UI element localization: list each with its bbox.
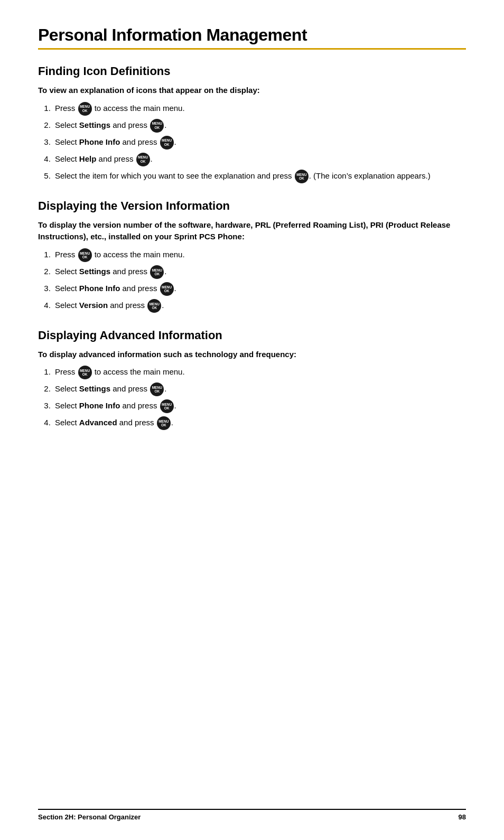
menu-ok-icon: MENUOK xyxy=(136,153,150,166)
bold-text: Version xyxy=(79,301,108,310)
menu-ok-icon: MENUOK xyxy=(157,416,171,430)
bold-text: Phone Info xyxy=(79,284,120,293)
step-item: Select Phone Info and press MENUOK. xyxy=(53,136,466,150)
step-item: Select Help and press MENUOK. xyxy=(53,153,466,166)
bold-text: Phone Info xyxy=(79,137,120,146)
section-finding-icon-definitions: Finding Icon DefinitionsTo view an expla… xyxy=(38,64,466,183)
sections-container: Finding Icon DefinitionsTo view an expla… xyxy=(38,64,466,430)
step-item: Select the item for which you want to se… xyxy=(53,170,466,183)
bold-text: Settings xyxy=(79,267,110,276)
menu-ok-icon: MENUOK xyxy=(160,136,174,150)
bold-text: Advanced xyxy=(79,418,117,427)
menu-ok-icon: MENUOK xyxy=(150,265,164,279)
section-heading-displaying-advanced-information: Displaying Advanced Information xyxy=(38,329,466,342)
menu-ok-icon: MENUOK xyxy=(78,366,92,379)
footer-section-label: Section 2H: Personal Organizer xyxy=(38,813,141,821)
menu-ok-icon: MENUOK xyxy=(147,299,161,313)
title-underline xyxy=(38,48,466,50)
step-item: Select Version and press MENUOK. xyxy=(53,299,466,313)
step-item: Press MENUOK to access the main menu. xyxy=(53,248,466,262)
menu-ok-icon: MENUOK xyxy=(78,248,92,262)
steps-list-displaying-version-information: Press MENUOK to access the main menu.Sel… xyxy=(53,248,466,313)
section-displaying-version-information: Displaying the Version InformationTo dis… xyxy=(38,199,466,313)
section-displaying-advanced-information: Displaying Advanced InformationTo displa… xyxy=(38,329,466,431)
instruction-displaying-version-information: To display the version number of the sof… xyxy=(38,219,466,243)
step-item: Select Settings and press MENUOK. xyxy=(53,119,466,133)
step-item: Select Phone Info and press MENUOK. xyxy=(53,282,466,296)
step-item: Press MENUOK to access the main menu. xyxy=(53,366,466,379)
page-container: Personal Information Management Finding … xyxy=(0,0,504,478)
page-footer: Section 2H: Personal Organizer 98 xyxy=(38,809,466,821)
page-title: Personal Information Management xyxy=(38,25,466,45)
menu-ok-icon: MENUOK xyxy=(160,282,174,296)
step-item: Select Phone Info and press MENUOK. xyxy=(53,399,466,413)
step-item: Select Settings and press MENUOK. xyxy=(53,265,466,279)
menu-ok-icon: MENUOK xyxy=(150,382,164,396)
menu-ok-icon: MENUOK xyxy=(160,399,174,413)
section-heading-finding-icon-definitions: Finding Icon Definitions xyxy=(38,64,466,78)
section-heading-displaying-version-information: Displaying the Version Information xyxy=(38,199,466,213)
bold-text: Help xyxy=(79,154,97,163)
instruction-finding-icon-definitions: To view an explanation of icons that app… xyxy=(38,85,466,97)
footer-page-number: 98 xyxy=(459,813,466,821)
step-item: Press MENUOK to access the main menu. xyxy=(53,102,466,116)
menu-ok-icon: MENUOK xyxy=(295,170,309,183)
bold-text: Phone Info xyxy=(79,401,120,410)
instruction-displaying-advanced-information: To display advanced information such as … xyxy=(38,349,466,361)
menu-ok-icon: MENUOK xyxy=(150,119,164,133)
step-item: Select Settings and press MENUOK. xyxy=(53,382,466,396)
bold-text: Settings xyxy=(79,120,110,129)
steps-list-finding-icon-definitions: Press MENUOK to access the main menu.Sel… xyxy=(53,102,466,183)
menu-ok-icon: MENUOK xyxy=(78,102,92,116)
bold-text: Settings xyxy=(79,384,110,393)
steps-list-displaying-advanced-information: Press MENUOK to access the main menu.Sel… xyxy=(53,366,466,430)
step-item: Select Advanced and press MENUOK. xyxy=(53,416,466,430)
